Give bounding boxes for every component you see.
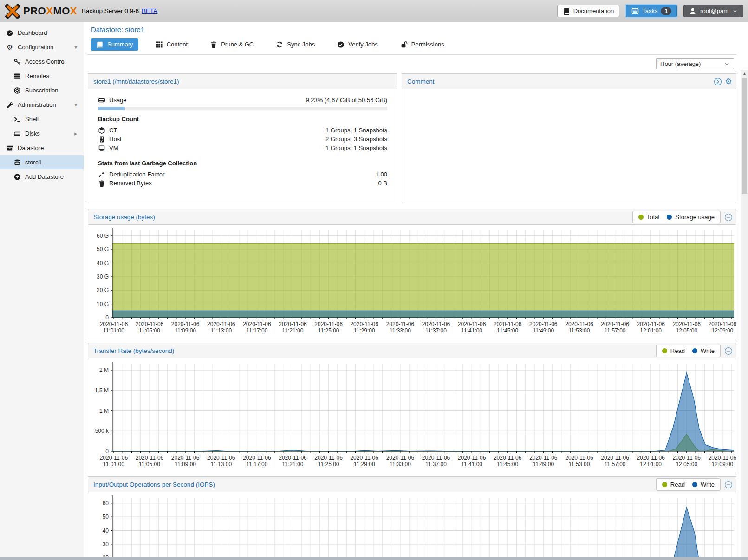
sidebar-item-label: Remotes bbox=[25, 72, 80, 79]
documentation-button[interactable]: Documentation bbox=[557, 5, 619, 17]
svg-text:2020-11-06: 2020-11-06 bbox=[565, 321, 593, 327]
pluscircle-icon bbox=[13, 173, 21, 181]
svg-text:2020-11-06: 2020-11-06 bbox=[673, 455, 701, 461]
tab-sync-jobs[interactable]: Sync Jobs bbox=[271, 38, 320, 51]
legend-dot-icon bbox=[692, 482, 697, 487]
svg-text:2020-11-06: 2020-11-06 bbox=[422, 321, 450, 327]
svg-text:11:57:00: 11:57:00 bbox=[605, 461, 626, 468]
comment-settings-gear-icon[interactable]: ⚙ bbox=[725, 78, 732, 86]
scrollbar-up-arrow-icon[interactable]: ▲ bbox=[741, 70, 748, 77]
iops-panel-header: Input/Output Operations per Second (IOPS… bbox=[88, 477, 736, 492]
stat-value: 1 Groups, 1 Snapshots bbox=[325, 127, 387, 134]
unlock-icon bbox=[400, 41, 408, 48]
tasks-button[interactable]: Tasks 1 bbox=[626, 5, 677, 17]
svg-text:12:01:00: 12:01:00 bbox=[640, 327, 662, 334]
collapse-panel-icon[interactable] bbox=[724, 347, 733, 355]
scrollbar-thumb[interactable] bbox=[742, 78, 747, 194]
sidebar-item-remotes[interactable]: Remotes bbox=[0, 69, 84, 83]
svg-text:30 G: 30 G bbox=[97, 273, 109, 280]
svg-text:2020-11-06: 2020-11-06 bbox=[386, 321, 415, 327]
svg-text:12:01:00: 12:01:00 bbox=[640, 461, 662, 468]
tab-label: Verify Jobs bbox=[348, 41, 378, 48]
svg-text:2020-11-06: 2020-11-06 bbox=[100, 321, 128, 327]
legend-item-read[interactable]: Read bbox=[662, 481, 685, 488]
svg-text:11:21:00: 11:21:00 bbox=[282, 327, 304, 334]
svg-text:20 G: 20 G bbox=[97, 287, 109, 293]
building-icon bbox=[98, 136, 105, 143]
svg-text:11:53:00: 11:53:00 bbox=[569, 461, 590, 468]
legend-item-write[interactable]: Write bbox=[692, 347, 715, 354]
svg-text:11:49:00: 11:49:00 bbox=[533, 327, 554, 334]
sidebar-item-datastore[interactable]: Datastore bbox=[0, 141, 84, 155]
vertical-scrollbar[interactable]: ▲ bbox=[741, 70, 748, 557]
sidebar-item-dashboard[interactable]: Dashboard bbox=[0, 26, 84, 40]
database-icon bbox=[13, 159, 21, 166]
svg-text:11:57:00: 11:57:00 bbox=[605, 327, 626, 334]
stat-value: 2 Groups, 3 Snapshots bbox=[325, 136, 387, 143]
iops-panel-title: Input/Output Operations per Second (IOPS… bbox=[93, 481, 215, 488]
sidebar-item-add-datastore[interactable]: Add Datastore bbox=[0, 169, 84, 184]
sidebar-item-label: Configuration bbox=[18, 44, 70, 51]
transfer-rate-chart: 0500 k1 M1.5 M2 M2020-11-0611:01:002020-… bbox=[89, 360, 737, 471]
user-icon bbox=[689, 7, 696, 15]
svg-text:40 G: 40 G bbox=[97, 260, 109, 267]
svg-text:2020-11-06: 2020-11-06 bbox=[601, 321, 629, 327]
tasks-label: Tasks bbox=[642, 7, 657, 14]
store1-panel-header: store1 (/mnt/datastores/store1) bbox=[88, 74, 397, 89]
transfer-rate-legend: ReadWrite bbox=[656, 345, 721, 357]
sidebar-item-access-control[interactable]: Access Control bbox=[0, 54, 84, 69]
tab-summary[interactable]: Summary bbox=[91, 38, 138, 51]
collapse-caret-icon[interactable]: ▾ bbox=[74, 44, 80, 51]
svg-text:11:37:00: 11:37:00 bbox=[425, 461, 447, 468]
timeframe-select[interactable]: Hour (average) bbox=[656, 58, 734, 69]
svg-text:2020-11-06: 2020-11-06 bbox=[314, 455, 343, 461]
svg-text:500 k: 500 k bbox=[95, 428, 109, 434]
sidebar-nav: Dashboard⚙Configuration▾Access ControlRe… bbox=[0, 22, 84, 557]
sidebar-item-configuration[interactable]: ⚙Configuration▾ bbox=[0, 40, 84, 54]
expand-comment-icon[interactable] bbox=[714, 78, 722, 86]
legend-item-write[interactable]: Write bbox=[692, 481, 715, 488]
collapse-caret-icon[interactable]: ▾ bbox=[74, 101, 80, 108]
collapse-panel-icon[interactable] bbox=[724, 481, 733, 489]
bottom-window-edge bbox=[0, 557, 748, 560]
expand-chevron-icon[interactable]: ▸ bbox=[74, 130, 80, 137]
user-menu-button[interactable]: root@pam bbox=[683, 5, 743, 17]
legend-item-read[interactable]: Read bbox=[662, 347, 685, 354]
sidebar-item-subscription[interactable]: Subscription bbox=[0, 83, 84, 98]
tab-prune-gc[interactable]: Prune & GC bbox=[205, 38, 259, 51]
svg-text:50 G: 50 G bbox=[97, 246, 109, 253]
legend-label: Read bbox=[670, 347, 685, 354]
svg-text:2020-11-06: 2020-11-06 bbox=[637, 455, 665, 461]
svg-text:11:29:00: 11:29:00 bbox=[354, 461, 375, 468]
sidebar-item-store1[interactable]: store1 bbox=[0, 155, 84, 169]
trash-icon bbox=[210, 41, 217, 48]
beta-link[interactable]: BETA bbox=[142, 7, 157, 14]
sidebar-item-label: Datastore bbox=[18, 144, 80, 151]
svg-text:2020-11-06: 2020-11-06 bbox=[279, 321, 307, 327]
sidebar-item-administration[interactable]: Administration▾ bbox=[0, 98, 84, 112]
tab-content[interactable]: Content bbox=[150, 38, 193, 51]
storage-usage-chart-body: 010 G20 G30 G40 G50 G60 G2020-11-0611:01… bbox=[88, 225, 736, 339]
iops-panel: Input/Output Operations per Second (IOPS… bbox=[88, 476, 736, 560]
iops-chart-body: 01020304050602020-11-0611:01:002020-11-0… bbox=[88, 492, 736, 560]
svg-text:12:05:00: 12:05:00 bbox=[676, 461, 697, 468]
svg-text:11:17:00: 11:17:00 bbox=[246, 327, 267, 334]
svg-text:11:09:00: 11:09:00 bbox=[175, 461, 196, 468]
svg-text:2020-11-06: 2020-11-06 bbox=[136, 455, 164, 461]
legend-item-total[interactable]: Total bbox=[638, 214, 659, 221]
documentation-icon bbox=[563, 7, 570, 15]
legend-item-storage-usage[interactable]: Storage usage bbox=[667, 214, 715, 221]
stat-label: CT bbox=[109, 127, 322, 134]
tachometer-icon bbox=[6, 29, 13, 37]
svg-text:11:05:00: 11:05:00 bbox=[139, 327, 160, 334]
comment-panel-body[interactable] bbox=[402, 89, 736, 203]
sidebar-item-disks[interactable]: Disks▸ bbox=[0, 126, 84, 141]
checkcircle-icon bbox=[337, 41, 345, 48]
legend-label: Write bbox=[701, 481, 715, 488]
tab-permissions[interactable]: Permissions bbox=[395, 38, 449, 51]
collapse-panel-icon[interactable] bbox=[724, 213, 733, 221]
svg-text:11:29:00: 11:29:00 bbox=[354, 327, 375, 334]
tab-verify-jobs[interactable]: Verify Jobs bbox=[332, 38, 383, 51]
tab-label: Prune & GC bbox=[221, 41, 254, 48]
sidebar-item-shell[interactable]: Shell bbox=[0, 112, 84, 126]
